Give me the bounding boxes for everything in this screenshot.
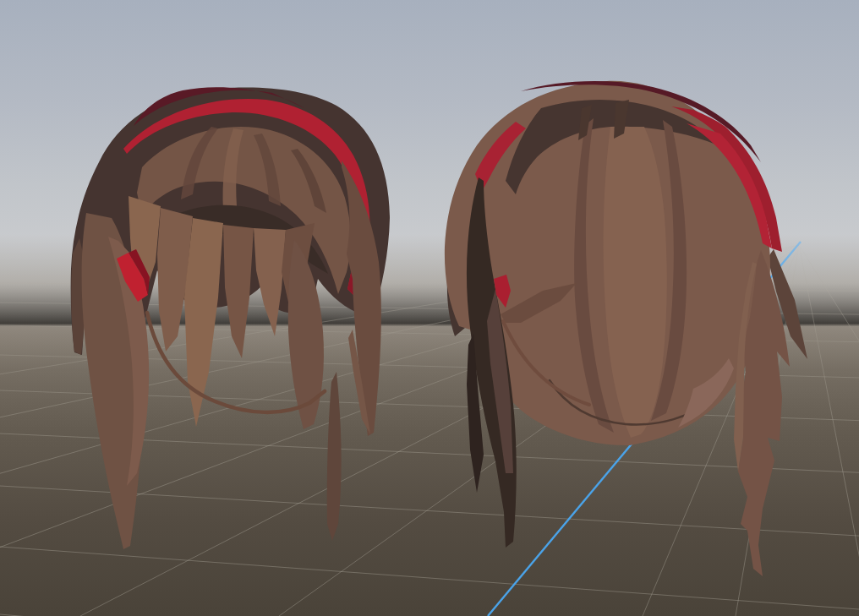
viewport[interactable] — [0, 0, 859, 616]
viewport-canvas[interactable] — [0, 0, 859, 616]
